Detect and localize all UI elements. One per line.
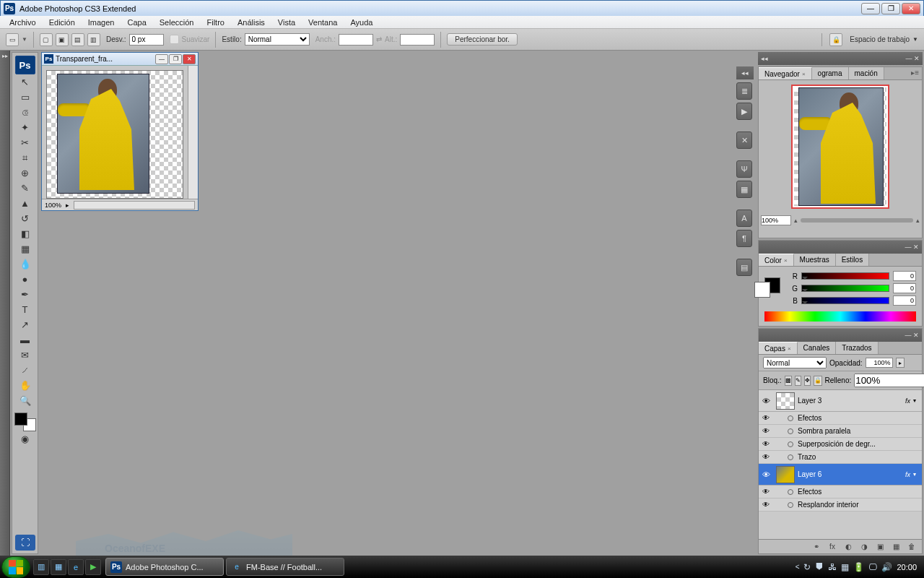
history-brush-tool-icon[interactable]: ↺: [15, 211, 35, 226]
expand-icon[interactable]: ▾: [913, 471, 922, 478]
fx-badge[interactable]: fx: [905, 471, 910, 478]
effect-row[interactable]: 👁Superposición de degr...: [759, 438, 922, 451]
menu-edicion[interactable]: Edición: [44, 17, 80, 27]
blend-mode-select[interactable]: Normal: [763, 357, 827, 368]
vertical-scrollbar[interactable]: [188, 66, 198, 199]
fill-input[interactable]: [854, 374, 924, 387]
lock-all-icon[interactable]: 🔒: [814, 376, 822, 386]
menu-ventana[interactable]: Ventana: [303, 17, 342, 27]
style-select[interactable]: Normal: [245, 33, 310, 46]
layer-thumbnail[interactable]: [776, 466, 795, 483]
taskbar-app-browser[interactable]: e FM-Base // Football...: [226, 558, 344, 576]
tab-channels[interactable]: Canales: [798, 342, 837, 354]
type-tool-icon[interactable]: T: [15, 302, 35, 317]
effect-row[interactable]: 👁Sombra paralela: [759, 425, 922, 438]
workspace-menu[interactable]: Espacio de trabajo ▼: [850, 35, 918, 43]
menu-filtro[interactable]: Filtro: [201, 17, 229, 27]
visibility-toggle-icon[interactable]: 👁: [759, 414, 773, 422]
lock-pixels-icon[interactable]: ✎: [795, 376, 801, 386]
history-panel-icon[interactable]: ≣: [736, 82, 752, 100]
media-player-icon[interactable]: ▶: [85, 559, 101, 575]
tray-app-icon[interactable]: ▦: [841, 562, 849, 572]
quickmask-tool-icon[interactable]: ◉: [15, 431, 35, 447]
visibility-toggle-icon[interactable]: 👁: [759, 427, 773, 435]
tool-presets-panel-icon[interactable]: ✕: [736, 131, 752, 149]
magic-wand-tool-icon[interactable]: ✦: [15, 120, 35, 135]
dock-collapse-handle[interactable]: ◂◂: [736, 66, 754, 79]
navigator-zoom-input[interactable]: [761, 215, 791, 225]
select-intersect-icon[interactable]: ▥: [87, 33, 100, 46]
zoom-tool-icon[interactable]: 🔍: [15, 393, 35, 408]
menu-archivo[interactable]: Archivo: [4, 17, 41, 27]
clone-source-panel-icon[interactable]: ▦: [736, 181, 752, 198]
tab-swatches[interactable]: Muestras: [794, 254, 836, 266]
layer-thumbnail[interactable]: [776, 392, 795, 410]
effect-row[interactable]: 👁Trazo: [759, 451, 922, 464]
info-icon[interactable]: ▸: [66, 202, 69, 209]
zoom-out-icon[interactable]: ▴: [794, 217, 798, 224]
foreground-color-swatch[interactable]: [14, 413, 27, 426]
screenmode-tool-icon[interactable]: ⛶: [15, 535, 35, 551]
tray-battery-icon[interactable]: 🔋: [853, 562, 864, 572]
pen-tool-icon[interactable]: ✒: [15, 287, 35, 302]
adjustment-layer-icon[interactable]: ◑: [858, 542, 870, 552]
menu-vista[interactable]: Vista: [273, 17, 300, 27]
healing-brush-tool-icon[interactable]: ⊕: [15, 165, 35, 181]
eyedropper-tool-icon[interactable]: ⟋: [15, 363, 35, 378]
move-tool-icon[interactable]: ↖: [15, 74, 35, 90]
navigator-thumbnail[interactable]: [791, 85, 889, 209]
switch-windows-icon[interactable]: ▦: [51, 559, 66, 575]
panels-collapse-handle[interactable]: ◂◂ — ✕: [758, 52, 923, 65]
tray-volume-icon[interactable]: 🔊: [881, 562, 892, 572]
tab-styles[interactable]: Estilos: [836, 254, 869, 266]
expand-icon[interactable]: ▾: [913, 397, 922, 404]
menu-imagen[interactable]: Imagen: [83, 17, 120, 27]
new-group-icon[interactable]: ▣: [874, 542, 886, 552]
show-desktop-icon[interactable]: ▥: [33, 559, 49, 575]
b-input[interactable]: [893, 296, 916, 306]
lock-workspace-icon[interactable]: 🔒: [829, 33, 842, 46]
new-layer-icon[interactable]: ▦: [890, 542, 902, 552]
effect-row[interactable]: 👁Resplandor interior: [759, 499, 922, 512]
opacity-arrow-icon[interactable]: ▸: [896, 358, 905, 368]
layers-panel-handle[interactable]: — ✕: [759, 329, 922, 342]
minimize-button[interactable]: —: [861, 3, 880, 14]
dropdown-icon[interactable]: ▼: [22, 36, 27, 43]
menu-analisis[interactable]: Análisis: [232, 17, 270, 27]
doc-close-button[interactable]: ✕: [183, 54, 196, 64]
slice-tool-icon[interactable]: ⌗: [15, 150, 35, 165]
visibility-toggle-icon[interactable]: 👁: [759, 501, 773, 509]
tab-layers[interactable]: Capas×: [759, 342, 798, 354]
color-swatches[interactable]: [14, 413, 36, 431]
ie-icon[interactable]: e: [68, 559, 84, 575]
tab-info[interactable]: mación: [849, 67, 884, 79]
feather-input[interactable]: [129, 34, 164, 46]
close-button[interactable]: ✕: [902, 3, 920, 14]
r-input[interactable]: [893, 271, 916, 281]
effect-row[interactable]: 👁Efectos: [759, 486, 922, 499]
taskbar-clock[interactable]: 20:00: [897, 563, 917, 571]
visibility-toggle-icon[interactable]: 👁: [759, 397, 773, 405]
crop-tool-icon[interactable]: ✂: [15, 135, 35, 150]
tray-network-icon[interactable]: 🖧: [828, 562, 837, 572]
document-titlebar[interactable]: Ps Transparent_fra... — ❐ ✕: [42, 53, 198, 66]
r-slider[interactable]: [801, 272, 889, 280]
effect-row[interactable]: 👁Efectos: [759, 412, 922, 425]
layer-row[interactable]: 👁 Layer 3 fx ▾: [759, 390, 922, 412]
taskbar-app-photoshop[interactable]: Ps Adobe Photoshop C...: [105, 558, 224, 576]
tab-navigator[interactable]: Navegador×: [759, 67, 812, 79]
doc-minimize-button[interactable]: —: [155, 54, 168, 64]
stamp-tool-icon[interactable]: ▲: [15, 196, 35, 211]
visibility-toggle-icon[interactable]: 👁: [759, 470, 773, 479]
refine-edge-button[interactable]: Perfeccionar bor.: [447, 33, 518, 46]
select-new-icon[interactable]: ▢: [40, 33, 53, 46]
lock-transparent-icon[interactable]: ▩: [785, 376, 792, 386]
layer-row[interactable]: 👁 Layer 6 fx ▾: [759, 464, 922, 486]
shape-tool-icon[interactable]: ▬: [15, 332, 35, 348]
dodge-tool-icon[interactable]: ●: [15, 272, 35, 287]
lasso-tool-icon[interactable]: ⟃: [15, 105, 35, 120]
notes-tool-icon[interactable]: ✉: [15, 348, 35, 363]
blur-tool-icon[interactable]: 💧: [15, 256, 35, 272]
document-window[interactable]: Ps Transparent_fra... — ❐ ✕ 100% ▸: [41, 52, 199, 211]
brush-tool-icon[interactable]: ✎: [15, 181, 35, 196]
